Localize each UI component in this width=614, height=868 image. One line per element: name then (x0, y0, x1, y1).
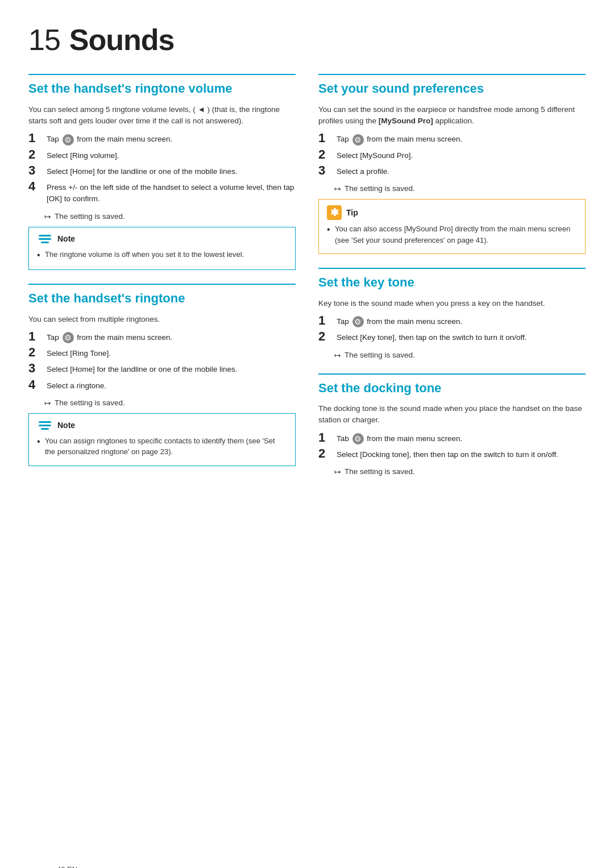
sound-pref-step-3: 3 Select a profile. (318, 165, 586, 177)
section-key-tone-title: Set the key tone (318, 275, 586, 291)
arrow-icon-4: ↦ (334, 351, 341, 360)
docking-tone-substep: ↦ The setting is saved. (334, 467, 586, 476)
note-header-2: Note (37, 420, 287, 432)
settings-icon-5: ⚙ (352, 433, 364, 445)
step-1: 1 Tap ⚙ from the main menu screen. (28, 132, 296, 145)
section-sound-preferences: Set your sound preferences You can set t… (318, 74, 586, 254)
section-docking-tone-intro: The docking tone is the sound made when … (318, 403, 586, 426)
arrow-icon-5: ↦ (334, 467, 341, 476)
chapter-num: 15 (28, 23, 60, 56)
tip-bullet-1: • You can also access [MySound Pro] dire… (327, 223, 577, 246)
tip-icon-1: ✱ (327, 205, 342, 220)
section-key-tone: Set the key tone Key tone is the sound m… (318, 268, 586, 360)
key-tone-step-1: 1 Tap ⚙ from the main menu screen. (318, 315, 586, 327)
docking-tone-step-2: 2 Select [Docking tone], then then tap o… (318, 448, 586, 460)
tip-header-1: ✱ Tip (327, 205, 577, 220)
note-icon-1 (37, 233, 53, 246)
left-column: Set the handset's ringtone volume You ca… (28, 74, 296, 490)
page-footer: 40 EN (57, 865, 77, 868)
section-ringtone-volume: Set the handset's ringtone volume You ca… (28, 74, 296, 270)
ringtone-volume-substep: ↦ The setting is saved. (44, 212, 296, 221)
step-2: 2 Select [Ring volume]. (28, 149, 296, 161)
section-sound-pref-title: Set your sound preferences (318, 81, 586, 97)
section-ringtone: Set the handset's ringtone You can selec… (28, 284, 296, 466)
sound-pref-step-2: 2 Select [MySound Pro]. (318, 149, 586, 161)
ringtone-step-3: 3 Select [Home] for the landline or one … (28, 363, 296, 375)
arrow-icon-3: ↦ (334, 184, 341, 193)
section-sound-pref-intro: You can set the sound in the earpiece or… (318, 104, 586, 127)
section-key-tone-intro: Key tone is the sound made when you pres… (318, 298, 586, 309)
section-docking-tone-header: Set the docking tone (318, 373, 586, 397)
ringtone-volume-steps: 1 Tap ⚙ from the main menu screen. 2 Sel… (28, 132, 296, 205)
key-tone-substep: ↦ The setting is saved. (334, 351, 586, 360)
docking-tone-steps: 1 Tab ⚙ from the main menu screen. 2 Sel… (318, 432, 586, 461)
ringtone-step-1: 1 Tap ⚙ from the main menu screen. (28, 331, 296, 343)
note-bullet-2: • You can assign ringtones to specific c… (37, 435, 287, 458)
sound-pref-steps: 1 Tap ⚙ from the main menu screen. 2 Sel… (318, 132, 586, 177)
section-sound-pref-header: Set your sound preferences (318, 74, 586, 97)
docking-tone-step-1: 1 Tab ⚙ from the main menu screen. (318, 432, 586, 445)
settings-icon-3: ⚙ (352, 134, 364, 146)
section-ringtone-intro: You can select from multiple ringtones. (28, 314, 296, 325)
settings-icon-4: ⚙ (352, 316, 364, 327)
section-key-tone-header: Set the key tone (318, 268, 586, 291)
section-ringtone-title: Set the handset's ringtone (28, 290, 296, 307)
note-bullet-1: • The ringtone volume is off when you se… (37, 249, 287, 261)
section-docking-tone: Set the docking tone The docking tone is… (318, 373, 586, 477)
section-docking-tone-title: Set the docking tone (318, 380, 586, 397)
key-tone-steps: 1 Tap ⚙ from the main menu screen. 2 Sel… (318, 315, 586, 344)
settings-icon-2: ⚙ (63, 332, 74, 343)
sound-pref-substep: ↦ The setting is saved. (334, 184, 586, 193)
section-ringtone-volume-title: Set the handset's ringtone volume (28, 81, 296, 97)
step-3: 3 Select [Home] for the landline or one … (28, 165, 296, 177)
ringtone-steps: 1 Tap ⚙ from the main menu screen. 2 Sel… (28, 331, 296, 392)
sound-pref-step-1: 1 Tap ⚙ from the main menu screen. (318, 132, 586, 145)
ringtone-step-2: 2 Select [Ring Tone]. (28, 347, 296, 359)
ringtone-volume-note: Note • The ringtone volume is off when y… (28, 227, 296, 270)
page-title-block: 15 Sounds (28, 23, 586, 57)
ringtone-note: Note • You can assign ringtones to speci… (28, 413, 296, 466)
chapter-title: Sounds (69, 23, 175, 56)
settings-icon-1: ⚙ (63, 134, 74, 146)
section-ringtone-header: Set the handset's ringtone (28, 284, 296, 307)
arrow-icon-1: ↦ (44, 212, 51, 221)
key-tone-step-2: 2 Select [Key tone], then tap on the swi… (318, 331, 586, 343)
ringtone-step-4: 4 Select a ringtone. (28, 379, 296, 392)
section-ringtone-volume-header: Set the handset's ringtone volume (28, 74, 296, 97)
note-header-1: Note (37, 233, 287, 246)
note-icon-2 (37, 420, 53, 432)
arrow-icon-2: ↦ (44, 398, 51, 408)
sound-pref-tip: ✱ Tip • You can also access [MySound Pro… (318, 199, 586, 254)
step-4: 4 Press +/- on the left side of the hand… (28, 181, 296, 205)
section-ringtone-volume-intro: You can select among 5 ringtone volume l… (28, 104, 296, 127)
right-column: Set your sound preferences You can set t… (318, 74, 586, 490)
ringtone-substep: ↦ The setting is saved. (44, 398, 296, 408)
